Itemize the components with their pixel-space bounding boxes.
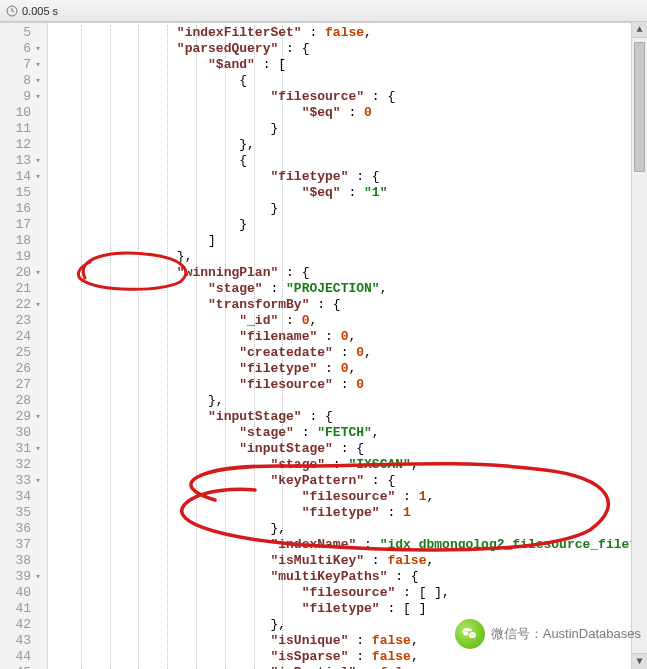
line-number: 23 (0, 313, 47, 329)
line-number: 37 (0, 537, 47, 553)
code-line[interactable]: "stage" : "PROJECTION", (48, 281, 647, 297)
fold-marker[interactable]: ▾ (33, 89, 43, 105)
code-line[interactable]: "winningPlan" : { (48, 265, 647, 281)
line-number: 22▾ (0, 297, 47, 313)
code-line[interactable]: "filesource" : 0 (48, 377, 647, 393)
line-number: 10 (0, 105, 47, 121)
line-number: 38 (0, 553, 47, 569)
code-line[interactable]: }, (48, 137, 647, 153)
scroll-thumb[interactable] (634, 42, 645, 172)
code-line[interactable]: "$eq" : 0 (48, 105, 647, 121)
code-line[interactable]: { (48, 153, 647, 169)
line-number: 18 (0, 233, 47, 249)
vertical-scrollbar[interactable]: ▲ ▼ (631, 22, 647, 669)
code-line[interactable]: "filetype" : { (48, 169, 647, 185)
line-number: 30 (0, 425, 47, 441)
line-number: 5 (0, 25, 47, 41)
fold-marker[interactable]: ▾ (33, 153, 43, 169)
wechat-icon (455, 619, 485, 649)
line-number: 6▾ (0, 41, 47, 57)
line-number: 13▾ (0, 153, 47, 169)
code-line[interactable]: }, (48, 393, 647, 409)
code-line[interactable]: "filetype" : 1 (48, 505, 647, 521)
fold-marker[interactable]: ▾ (33, 473, 43, 489)
line-number: 20▾ (0, 265, 47, 281)
code-line[interactable]: "multiKeyPaths" : { (48, 569, 647, 585)
code-line[interactable]: } (48, 121, 647, 137)
code-line[interactable]: "createdate" : 0, (48, 345, 647, 361)
line-number: 24 (0, 329, 47, 345)
line-number: 32 (0, 457, 47, 473)
code-line[interactable]: "transformBy" : { (48, 297, 647, 313)
fold-marker[interactable]: ▾ (33, 73, 43, 89)
line-number: 34 (0, 489, 47, 505)
line-number: 35 (0, 505, 47, 521)
fold-marker[interactable]: ▾ (33, 441, 43, 457)
line-number: 7▾ (0, 57, 47, 73)
code-line[interactable]: "isPartial" : false, (48, 665, 647, 669)
line-number: 41 (0, 601, 47, 617)
watermark: 微信号：AustinDatabases (455, 619, 641, 649)
code-line[interactable]: "isSparse" : false, (48, 649, 647, 665)
line-number: 29▾ (0, 409, 47, 425)
code-line[interactable]: } (48, 217, 647, 233)
fold-marker[interactable]: ▾ (33, 41, 43, 57)
code-line[interactable]: "isMultiKey" : false, (48, 553, 647, 569)
scroll-up-arrow[interactable]: ▲ (632, 22, 647, 38)
line-number: 16 (0, 201, 47, 217)
line-gutter: 56▾7▾8▾9▾10111213▾14▾151617181920▾2122▾2… (0, 23, 48, 669)
code-content[interactable]: "indexFilterSet" : false, "parsedQuery" … (48, 23, 647, 669)
code-line[interactable]: "keyPattern" : { (48, 473, 647, 489)
line-number: 36 (0, 521, 47, 537)
line-number: 27 (0, 377, 47, 393)
code-line[interactable]: "$and" : [ (48, 57, 647, 73)
line-number: 31▾ (0, 441, 47, 457)
code-editor[interactable]: 56▾7▾8▾9▾10111213▾14▾151617181920▾2122▾2… (0, 22, 647, 669)
line-number: 15 (0, 185, 47, 201)
code-line[interactable]: }, (48, 521, 647, 537)
code-line[interactable]: "indexFilterSet" : false, (48, 25, 647, 41)
code-line[interactable]: "$eq" : "1" (48, 185, 647, 201)
code-line[interactable]: "filetype" : [ ] (48, 601, 647, 617)
code-line[interactable]: "filename" : 0, (48, 329, 647, 345)
code-line[interactable]: { (48, 73, 647, 89)
line-number: 42 (0, 617, 47, 633)
code-line[interactable]: "stage" : "IXSCAN", (48, 457, 647, 473)
code-line[interactable]: "filesource" : 1, (48, 489, 647, 505)
fold-marker[interactable]: ▾ (33, 297, 43, 313)
line-number: 25 (0, 345, 47, 361)
code-line[interactable]: "inputStage" : { (48, 409, 647, 425)
line-number: 8▾ (0, 73, 47, 89)
watermark-text: 微信号：AustinDatabases (491, 625, 641, 643)
code-line[interactable]: ] (48, 233, 647, 249)
line-number: 26 (0, 361, 47, 377)
line-number: 14▾ (0, 169, 47, 185)
code-line[interactable]: "stage" : "FETCH", (48, 425, 647, 441)
line-number: 21 (0, 281, 47, 297)
fold-marker[interactable]: ▾ (33, 265, 43, 281)
fold-marker[interactable]: ▾ (33, 409, 43, 425)
line-number: 28 (0, 393, 47, 409)
fold-marker[interactable]: ▾ (33, 169, 43, 185)
code-line[interactable]: "filesource" : [ ], (48, 585, 647, 601)
line-number: 17 (0, 217, 47, 233)
code-line[interactable]: "inputStage" : { (48, 441, 647, 457)
elapsed-time: 0.005 s (22, 5, 58, 17)
code-line[interactable]: "indexName" : "idx_dbmongolog2_filesourc… (48, 537, 647, 553)
code-line[interactable]: } (48, 201, 647, 217)
line-number: 19 (0, 249, 47, 265)
status-bar: 0.005 s (0, 0, 647, 22)
line-number: 44 (0, 649, 47, 665)
line-number: 12 (0, 137, 47, 153)
fold-marker[interactable]: ▾ (33, 569, 43, 585)
scroll-down-arrow[interactable]: ▼ (632, 653, 647, 669)
code-line[interactable]: "filetype" : 0, (48, 361, 647, 377)
line-number: 9▾ (0, 89, 47, 105)
code-line[interactable]: }, (48, 249, 647, 265)
fold-marker[interactable]: ▾ (33, 57, 43, 73)
clock-icon (6, 5, 18, 17)
code-line[interactable]: "_id" : 0, (48, 313, 647, 329)
code-line[interactable]: "filesource" : { (48, 89, 647, 105)
line-number: 43 (0, 633, 47, 649)
code-line[interactable]: "parsedQuery" : { (48, 41, 647, 57)
